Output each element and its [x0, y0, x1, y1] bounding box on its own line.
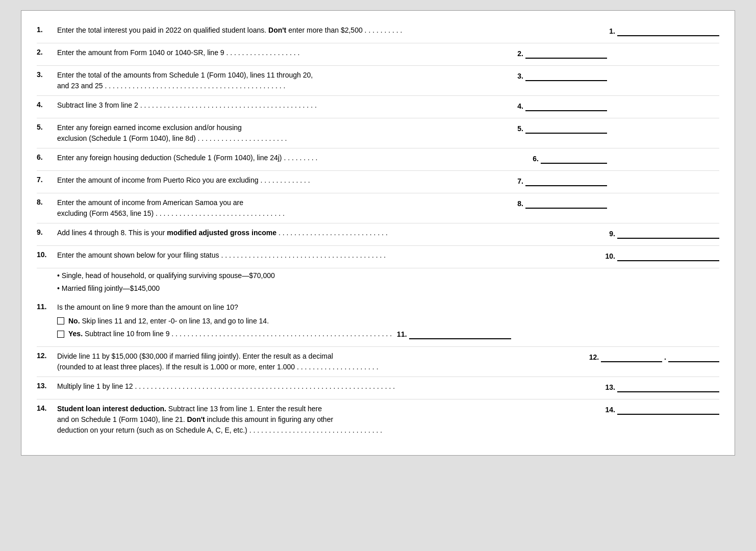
- line-14-number: 14.: [37, 404, 57, 412]
- line-2-content: Enter the amount from Form 1040 or 1040-…: [57, 47, 517, 58]
- line-2-input[interactable]: [525, 47, 607, 59]
- line-6-input-area: 6.: [533, 153, 607, 164]
- line-4-row: 4. Subtract line 3 from line 2 . . . . .…: [37, 96, 719, 118]
- line-11-no-item: No. Skip lines 11 and 12, enter -0- on l…: [57, 317, 511, 325]
- line-8-input-area: 8.: [517, 197, 607, 209]
- line-11-number: 11.: [37, 302, 57, 311]
- line-14-label: 14.: [606, 406, 615, 415]
- line-8-label: 8.: [517, 199, 523, 209]
- line-11-input[interactable]: [409, 328, 511, 339]
- line-14-input-area: 14.: [606, 404, 719, 415]
- line-12-input-area: 12. .: [589, 351, 719, 362]
- line-12-row: 12. Divide line 11 by $15,000 ($30,000 i…: [37, 347, 719, 377]
- line-12-input-right[interactable]: [668, 351, 719, 362]
- line-8-number: 8.: [37, 197, 57, 206]
- line-1-input-area: 1.: [609, 25, 719, 36]
- line-4-number: 4.: [37, 100, 57, 109]
- line-4-label: 4.: [517, 102, 523, 111]
- bullet-single: • Single, head of household, or qualifyi…: [57, 270, 714, 281]
- line-5-label: 5.: [517, 124, 523, 134]
- line-9-row: 9. Add lines 4 through 8. This is your m…: [37, 223, 719, 246]
- line-3-row: 3. Enter the total of the amounts from S…: [37, 66, 719, 96]
- bullet-married: • Married filing jointly—$145,000: [57, 283, 714, 294]
- line-12-number: 12.: [37, 351, 57, 360]
- line-10-content: Enter the amount shown below for your fi…: [57, 250, 595, 261]
- line-6-number: 6.: [37, 153, 57, 161]
- line-7-input-area: 7.: [517, 175, 607, 186]
- line-3-input[interactable]: [525, 70, 607, 81]
- line-11-no-label: No. Skip lines 11 and 12, enter -0- on l…: [68, 317, 269, 325]
- line-11-yes-item: Yes. Subtract line 10 from line 9 . . . …: [57, 328, 511, 339]
- line-11-row: 11. Is the amount on line 9 more than th…: [37, 298, 719, 347]
- line-14-input[interactable]: [617, 404, 719, 415]
- line-11-input-area: 11.: [397, 328, 511, 339]
- line-8-content: Enter the amount of income from American…: [57, 197, 517, 219]
- line-3-number: 3.: [37, 70, 57, 79]
- line-12-label: 12.: [589, 353, 599, 362]
- line-12-content: Divide line 11 by $15,000 ($30,000 if ma…: [57, 351, 579, 372]
- line-7-row: 7. Enter the amount of income from Puert…: [37, 171, 719, 193]
- line-7-label: 7.: [517, 177, 523, 186]
- line-8-input[interactable]: [525, 197, 607, 209]
- line-2-input-area: 2.: [517, 47, 607, 59]
- line-8-row: 8. Enter the amount of income from Ameri…: [37, 193, 719, 223]
- line-10-row: 10. Enter the amount shown below for you…: [37, 246, 719, 268]
- line-1-label: 1.: [609, 27, 615, 36]
- line-10-bullets: • Single, head of household, or qualifyi…: [57, 270, 719, 296]
- line-13-input-area: 13.: [606, 381, 719, 392]
- line-13-number: 13.: [37, 381, 57, 390]
- line-13-content: Multiply line 1 by line 12 . . . . . . .…: [57, 381, 595, 392]
- line-1-content: Enter the total interest you paid in 202…: [57, 25, 599, 36]
- line-2-row: 2. Enter the amount from Form 1040 or 10…: [37, 43, 719, 66]
- line-7-input[interactable]: [525, 175, 607, 186]
- line-6-input[interactable]: [541, 153, 607, 164]
- line-11-question: Is the amount on line 9 more than the am…: [57, 302, 719, 313]
- line-5-input[interactable]: [525, 122, 607, 134]
- line-10-bullets-row: • Single, head of household, or qualifyi…: [37, 268, 719, 298]
- line-11-yes-checkbox[interactable]: [57, 331, 64, 338]
- line-2-number: 2.: [37, 47, 57, 56]
- line-6-row: 6. Enter any foreign housing deduction (…: [37, 148, 719, 171]
- line-9-label: 9.: [609, 230, 615, 239]
- line-5-content: Enter any foreign earned income exclusio…: [57, 122, 517, 144]
- line-10-label: 10.: [606, 252, 615, 261]
- line-5-number: 5.: [37, 122, 57, 131]
- line-10-input-area: 10.: [606, 250, 719, 261]
- line-4-content: Subtract line 3 from line 2 . . . . . . …: [57, 100, 517, 111]
- line-7-content: Enter the amount of income from Puerto R…: [57, 175, 517, 186]
- line-5-row: 5. Enter any foreign earned income exclu…: [37, 118, 719, 148]
- line-6-label: 6.: [533, 155, 539, 164]
- line-3-input-area: 3.: [517, 70, 607, 81]
- line-1-row: 1. Enter the total interest you paid in …: [37, 21, 719, 43]
- line-12-input-left[interactable]: [601, 351, 662, 362]
- line-7-number: 7.: [37, 175, 57, 184]
- line-3-label: 3.: [517, 72, 523, 81]
- line-11-no-checkbox[interactable]: [57, 317, 64, 324]
- line-1-number: 1.: [37, 25, 57, 34]
- line-10-number: 10.: [37, 250, 57, 259]
- line-11-label: 11.: [397, 330, 407, 339]
- line-11-yes-label: Yes. Subtract line 10 from line 9 . . . …: [68, 330, 392, 338]
- line-3-content: Enter the total of the amounts from Sche…: [57, 70, 517, 91]
- form-container: 1. Enter the total interest you paid in …: [21, 10, 735, 456]
- line-2-label: 2.: [517, 49, 523, 59]
- line-9-input[interactable]: [617, 228, 719, 239]
- line-14-row: 14. Student loan interest deduction. Sub…: [37, 399, 719, 440]
- line-5-input-area: 5.: [517, 122, 607, 134]
- line-9-number: 9.: [37, 228, 57, 236]
- line-12-decimal-dot: .: [664, 353, 666, 362]
- line-6-content: Enter any foreign housing deduction (Sch…: [57, 153, 533, 163]
- line-4-input-area: 4.: [517, 100, 607, 111]
- line-9-input-area: 9.: [609, 228, 719, 239]
- line-13-label: 13.: [606, 383, 615, 392]
- line-1-input[interactable]: [617, 25, 719, 36]
- line-13-row: 13. Multiply line 1 by line 12 . . . . .…: [37, 377, 719, 399]
- line-10-input[interactable]: [617, 250, 719, 261]
- line-13-input[interactable]: [617, 381, 719, 392]
- line-14-content: Student loan interest deduction. Subtrac…: [57, 404, 595, 436]
- line-9-content: Add lines 4 through 8. This is your modi…: [57, 228, 599, 238]
- line-4-input[interactable]: [525, 100, 607, 111]
